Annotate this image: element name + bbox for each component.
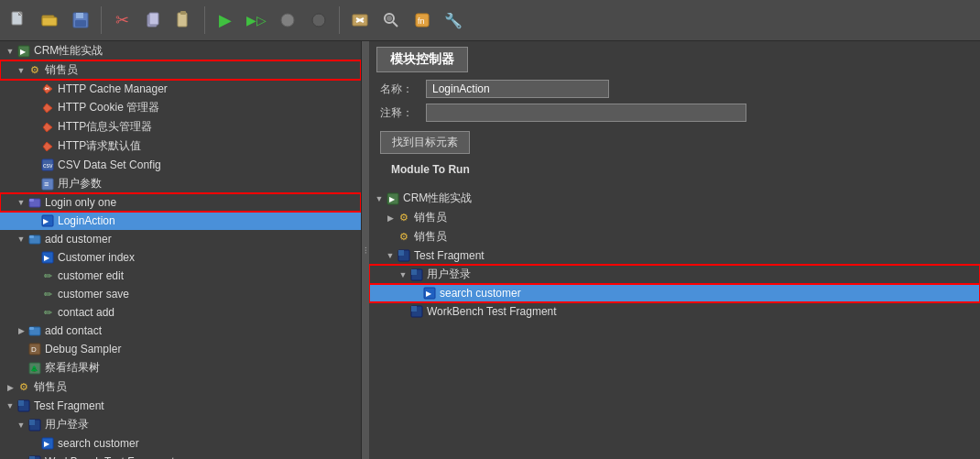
run-button[interactable]: ▶ [211,5,240,35]
name-input[interactable] [426,80,609,98]
right-crm-label: CRM性能实战 [403,191,472,206]
expand-icon: ▼ [4,45,16,58]
login-action-label: LoginAction [58,214,115,227]
paste-button[interactable] [169,5,199,35]
expand-login: ▼ [15,196,27,209]
http-cookie-label: HTTP Cookie 管理器 [58,100,159,115]
svg-rect-4 [42,17,57,26]
right-tree-crm[interactable]: ▼ ▶ CRM性能实战 [369,189,980,208]
svg-rect-54 [398,250,404,256]
user-param-label: 用户参数 [58,176,102,191]
tree-item-search-customer[interactable]: ▶ ▶ search customer [0,434,361,453]
right-tree: ▼ ▶ CRM性能实战 ▶ ⚙ 销售员 ▶ ⚙ 销售员 ▼ [369,187,980,459]
tree-item-contact-add[interactable]: ▶ ✏ contact add [0,303,361,322]
user-param-icon: ≡ [40,177,55,191]
right-tree-sales[interactable]: ▶ ⚙ 销售员 [369,208,980,227]
svg-line-18 [393,22,397,27]
svg-rect-34 [29,235,34,238]
search-remote-button[interactable] [376,5,406,35]
help-button[interactable]: 🔧 [439,5,468,35]
sep1 [101,6,102,34]
tree-item-view-tree[interactable]: ▶ 🌲 察看结果树 [0,358,361,377]
sales-label: 销售员 [45,62,78,78]
cut-button[interactable]: ✂ [107,5,136,35]
tree-item-http-default[interactable]: ▶ HTTP请求默认值 [0,137,361,156]
tree-item-test-fragment[interactable]: ▼ Test Fragment [0,397,361,415]
shutdown-button[interactable] [304,5,333,35]
user-login-label: 用户登录 [45,417,89,432]
right-sales-label: 销售员 [414,210,447,225]
tree-item-user-param[interactable]: ▶ ≡ 用户参数 [0,174,361,193]
save-button[interactable] [66,5,95,35]
tree-item-login-action[interactable]: ▶ ▶ LoginAction [0,212,361,230]
comment-row: 注释： [380,104,969,122]
name-row: 名称： [380,80,969,98]
new-button[interactable] [4,5,33,35]
svg-point-12 [281,14,294,27]
sales2-label: 销售员 [34,379,67,395]
tree-item-add-customer[interactable]: ▼ add customer [0,230,361,248]
tree-item-http-cache[interactable]: ▶ ✂ HTTP Cache Manager [0,80,361,98]
copy-button[interactable] [138,5,168,35]
tree-item-sales2[interactable]: ▶ ⚙ 销售员 [0,377,361,397]
right-tree-test-frag[interactable]: ▼ Test Fragment [369,246,980,265]
sep2 [204,6,205,34]
right-gear-icon: ⚙ [397,211,411,225]
svg-rect-44 [18,400,24,406]
name-label: 名称： [380,82,426,97]
workbench-label: WorkBench Test Fragment [45,455,175,459]
contact-add-label: contact add [58,306,114,319]
tree-item-sales[interactable]: ▼ ⚙ 销售员 [0,60,361,80]
tree-item-http-header[interactable]: ▶ HTTP信息头管理器 [0,117,361,137]
svg-rect-38 [29,327,34,330]
svg-text:🌲: 🌲 [30,365,38,373]
tree-item-customer-save[interactable]: ▶ ✏ customer save [0,285,361,303]
http-default-label: HTTP请求默认值 [58,138,141,154]
svg-rect-10 [178,13,187,27]
csv-label: CSV Data Set Config [58,158,161,171]
svg-text:▶: ▶ [43,217,49,225]
tree-item-crm-root[interactable]: ▼ ▶ CRM性能实战 [0,41,361,60]
tree-item-http-cookie[interactable]: ▶ HTTP Cookie 管理器 [0,98,361,117]
right-search-cust-label: search customer [440,287,521,300]
debug-sampler-label: Debug Sampler [45,343,121,355]
right-user-login-label: 用户登录 [427,267,471,282]
tree-item-customer-edit[interactable]: ▶ ✏ customer edit [0,267,361,285]
clear-button[interactable] [345,5,375,35]
tree-item-debug-sampler[interactable]: ▶ D Debug Sampler [0,340,361,358]
tree-item-add-contact[interactable]: ▶ add contact [0,322,361,340]
svg-rect-60 [411,306,417,311]
debug-sampler-icon: D [27,342,42,356]
comment-input[interactable] [426,104,746,122]
crm-root-label: CRM性能实战 [34,43,103,59]
tree-item-workbench[interactable]: ▶ WorkBench Test Fragment [0,453,361,459]
svg-text:▶: ▶ [389,195,396,203]
search-customer-icon: ▶ [40,436,55,451]
function-button[interactable]: fn [408,5,437,35]
tree-item-login-only[interactable]: ▼ Login only one [0,193,361,212]
run-no-pause-button[interactable]: ▶▷ [242,5,271,35]
user-login-icon [27,418,42,432]
svg-rect-6 [76,13,83,18]
right-workbench-label: WorkBench Test Fragment [427,305,557,318]
collapse-handle[interactable]: ··· [362,41,369,459]
main-toolbar: ✂ ▶ ▶▷ fn 🔧 [0,0,980,41]
customer-save-icon: ✏ [40,287,55,301]
right-tree-user-login[interactable]: ▼ 用户登录 [369,265,980,284]
form-area: 名称： 注释： 找到目标元素 Module To Run [369,72,980,187]
open-button[interactable] [35,5,64,35]
tree-item-csv[interactable]: ▶ csv CSV Data Set Config [0,156,361,174]
login-only-label: Login only one [45,196,116,209]
find-button[interactable]: 找到目标元素 [380,131,470,154]
stop-button[interactable] [273,5,302,35]
right-test-frag-label: Test Fragment [414,249,485,262]
right-tree-workbench[interactable]: ▶ WorkBench Test Fragment [369,302,980,321]
right-user-login-icon [409,268,424,282]
tree-item-user-login[interactable]: ▼ 用户登录 [0,415,361,434]
contact-add-icon: ✏ [40,305,55,320]
right-tree-sales2[interactable]: ▶ ⚙ 销售员 [369,227,980,246]
no-expand: ▶ [27,82,40,95]
http-header-icon [40,120,55,135]
tree-item-customer-index[interactable]: ▶ ▶ Customer index [0,248,361,267]
right-tree-search-customer[interactable]: ▶ ▶ search customer [369,284,980,302]
